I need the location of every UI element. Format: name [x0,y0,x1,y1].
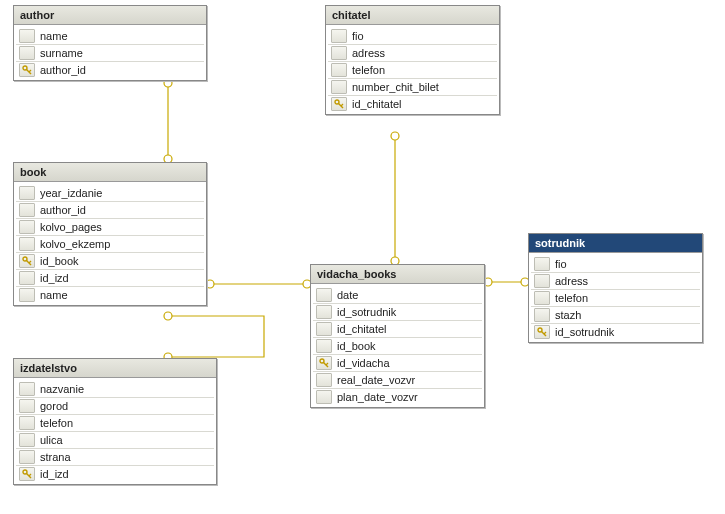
table-row[interactable]: year_izdanie [16,184,204,201]
svg-point-23 [538,328,542,332]
table-row[interactable]: id_sotrudnik [531,323,700,340]
column-icon [534,291,550,305]
entity-sotrudnik[interactable]: sotrudnik fio adress telefon stazh id_so… [528,233,703,343]
table-row[interactable]: id_vidacha [313,354,482,371]
key-icon [19,254,35,268]
column-name: nazvanie [38,383,214,395]
svg-point-10 [484,278,492,286]
column-name: gorod [38,400,214,412]
column-icon [534,257,550,271]
table-row[interactable]: ulica [16,431,214,448]
table-row[interactable]: id_izd [16,465,214,482]
table-row[interactable]: author_id [16,201,204,218]
column-name: id_sotrudnik [553,326,700,338]
table-row[interactable]: fio [531,255,700,272]
table-row[interactable]: kolvo_ekzemp [16,235,204,252]
column-icon [19,46,35,60]
svg-point-17 [335,100,339,104]
key-icon [19,63,35,77]
table-row[interactable]: surname [16,44,204,61]
table-row[interactable]: id_sotrudnik [313,303,482,320]
table-row[interactable]: id_izd [16,269,204,286]
table-row[interactable]: adress [531,272,700,289]
column-icon [19,29,35,43]
column-name: stazh [553,309,700,321]
column-name: id_vidacha [335,357,482,369]
column-icon [316,373,332,387]
svg-point-12 [164,312,172,320]
table-row[interactable]: date [313,286,482,303]
key-icon [534,325,550,339]
table-row[interactable]: real_date_vozvr [313,371,482,388]
column-icon [316,339,332,353]
column-icon [19,399,35,413]
entity-book[interactable]: book year_izdanie author_id kolvo_pages … [13,162,207,306]
column-name: id_book [38,255,204,267]
table-row[interactable]: gorod [16,397,214,414]
column-name: fio [350,30,497,42]
table-row[interactable]: name [16,286,204,303]
table-row[interactable]: strana [16,448,214,465]
column-name: strana [38,451,214,463]
column-icon [19,271,35,285]
svg-line-16 [29,70,31,72]
column-name: real_date_vozvr [335,374,482,386]
svg-point-26 [320,359,324,363]
column-icon [331,63,347,77]
column-icon [19,450,35,464]
column-icon [19,203,35,217]
table-row[interactable]: id_chitatel [313,320,482,337]
table-row[interactable]: telefon [16,414,214,431]
entity-title: sotrudnik [529,234,702,253]
entity-rows: fio adress telefon number_chit_bilet id_… [326,25,499,114]
er-diagram-canvas: author name surname author_id chitatel f… [0,0,725,514]
column-name: year_izdanie [38,187,204,199]
column-name: name [38,289,204,301]
svg-line-31 [29,474,31,476]
table-row[interactable]: kolvo_pages [16,218,204,235]
column-icon [19,186,35,200]
column-name: telefon [553,292,700,304]
entity-vidacha-books[interactable]: vidacha_books date id_sotrudnik id_chita… [310,264,485,408]
key-icon [331,97,347,111]
column-icon [19,433,35,447]
table-row[interactable]: nazvanie [16,380,214,397]
entity-rows: nazvanie gorod telefon ulica strana id_i… [14,378,216,484]
column-icon [316,390,332,404]
table-row[interactable]: telefon [328,61,497,78]
column-icon [316,305,332,319]
column-name: id_sotrudnik [335,306,482,318]
column-name: author_id [38,64,204,76]
entity-rows: fio adress telefon stazh id_sotrudnik [529,253,702,342]
table-row[interactable]: id_book [16,252,204,269]
table-row[interactable]: author_id [16,61,204,78]
column-name: id_izd [38,468,214,480]
table-row[interactable]: id_chitatel [328,95,497,112]
table-row[interactable]: number_chit_bilet [328,78,497,95]
column-name: id_chitatel [335,323,482,335]
entity-izdatelstvo[interactable]: izdatelstvo nazvanie gorod telefon ulica… [13,358,217,485]
column-name: id_chitatel [350,98,497,110]
entity-rows: name surname author_id [14,25,206,80]
key-icon [316,356,332,370]
svg-point-14 [23,66,27,70]
column-icon [19,220,35,234]
column-icon [331,80,347,94]
table-row[interactable]: adress [328,44,497,61]
entity-rows: date id_sotrudnik id_chitatel id_book id… [311,284,484,407]
column-icon [316,322,332,336]
column-name: ulica [38,434,214,446]
column-icon [534,308,550,322]
table-row[interactable]: telefon [531,289,700,306]
table-row[interactable]: id_book [313,337,482,354]
entity-chitatel[interactable]: chitatel fio adress telefon number_chit_… [325,5,500,115]
column-name: adress [553,275,700,287]
table-row[interactable]: plan_date_vozvr [313,388,482,405]
table-row[interactable]: stazh [531,306,700,323]
column-name: telefon [38,417,214,429]
column-name: name [38,30,204,42]
table-row[interactable]: fio [328,27,497,44]
column-name: author_id [38,204,204,216]
table-row[interactable]: name [16,27,204,44]
entity-author[interactable]: author name surname author_id [13,5,207,81]
